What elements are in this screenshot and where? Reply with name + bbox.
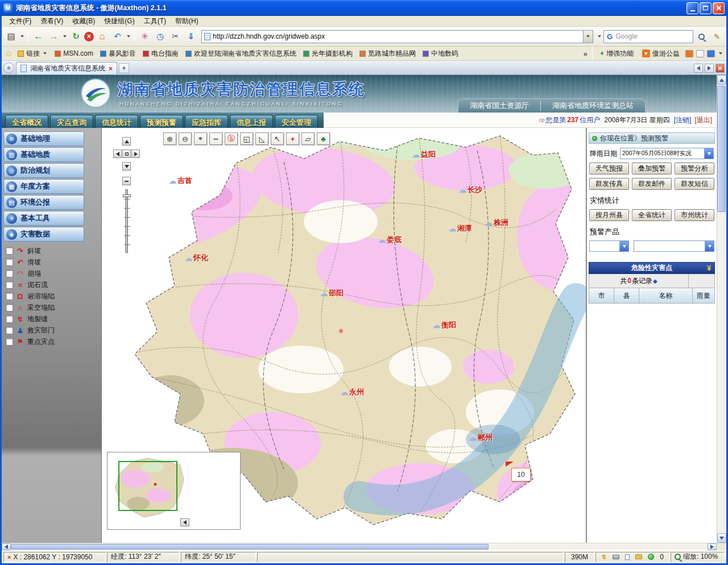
overview-collapse-button[interactable] [180,518,189,526]
warning-analysis-button[interactable]: 预警分析 [675,163,714,175]
zoom-out-button[interactable]: ⊖ [179,132,192,145]
tab-info-report[interactable]: 信息上报 [230,115,273,128]
layer-checkbox[interactable] [6,247,13,255]
zoom-minus-button[interactable] [122,177,131,185]
feedback-icon[interactable] [707,50,715,57]
close-tab-button[interactable] [715,64,725,73]
smiley-icon[interactable]: ☺ [5,49,13,58]
link-photo[interactable]: 光年摄影机构 [300,48,355,60]
sidebar-item-basic-tools[interactable]: ✳基本工具 [3,211,84,226]
search-box[interactable]: G Google [603,30,693,43]
collapse-icon[interactable]: ¥ [707,264,711,272]
card-icon[interactable] [696,50,704,57]
pointer-button[interactable]: ↖ [271,132,284,145]
dropdown-arrow-icon[interactable] [704,148,713,159]
scroll-up-button[interactable] [717,75,726,85]
tab-scroll-left-button[interactable] [694,64,703,73]
layer-checkbox[interactable] [6,338,13,346]
vertical-scrollbar[interactable] [717,75,726,543]
select-button[interactable]: Ⓢ [225,132,238,145]
sidebar-item-environment-report[interactable]: ▤环境公报 [3,195,84,210]
more-options-icon[interactable] [719,52,722,55]
exit-link[interactable]: [退出] [694,115,712,125]
pan-left-button[interactable] [113,149,122,158]
danger-sites-header[interactable]: 危险性灾害点 ¥ [589,262,715,274]
boost-icon[interactable]: ↯ [601,553,607,561]
scroll-left-button[interactable] [2,543,11,550]
eraser-button[interactable]: ▱ [301,132,315,145]
highlight-button[interactable]: ✎ [710,30,724,44]
link-zhongdi[interactable]: 中地数码 [420,48,461,60]
pan-button[interactable]: ⌖ [194,132,207,145]
dropdown-arrow-icon[interactable] [705,241,714,251]
sidebar-item-base-geology[interactable]: ▥基础地质 [3,147,84,162]
tab-forecast-warning[interactable]: 预测预警 [140,115,183,128]
download-button[interactable]: ⇓ [184,30,198,44]
maximize-button[interactable] [700,2,712,14]
tab-site-query[interactable]: 灾点查询 [50,115,93,128]
warning-flag-marker[interactable]: 10 [511,468,531,481]
province-stats-button[interactable]: 全省统计 [632,209,672,221]
monthly-county-stats-button[interactable]: 按月州县 [589,209,629,221]
home-button[interactable]: ⌂ [95,30,109,44]
scroll-track[interactable] [717,85,726,533]
layer-checkbox[interactable] [6,259,13,266]
link-milu[interactable]: 觅路城市精品网 [357,48,419,60]
history-dropdown-icon[interactable] [63,35,67,38]
email-broadcast-button[interactable]: 群发邮件 [632,178,672,190]
forward-button[interactable]: → [47,30,61,44]
product-select-2[interactable] [634,240,714,252]
close-button[interactable] [713,2,725,14]
link-baofeng[interactable]: 暴风影音 [97,48,139,60]
zoom-slider-handle[interactable] [123,194,131,197]
menu-view[interactable]: 查看(V) [36,16,67,27]
map-canvas[interactable]: ✳ ⊕ ⊖ ⌖ ┅ Ⓢ ◱ ◺ ↖ + [101,128,586,543]
back-button[interactable]: ← [31,30,46,44]
link-radio[interactable]: 电台指南 [140,48,181,60]
new-page-icon[interactable]: ▤ [4,30,18,44]
address-options-icon[interactable] [598,35,601,38]
sidebar-item-disaster-data[interactable]: ◈灾害数据 [3,227,84,242]
sidebar-item-prevention-plan[interactable]: ◎防治规划 [3,163,84,178]
menu-favorites[interactable]: 收藏(B) [68,16,99,27]
sidebar-item-base-geography[interactable]: ≋基础地理 [3,131,84,146]
new-tab-button[interactable]: + [119,63,129,73]
history-button[interactable]: ◷ [153,30,167,44]
product-select-1[interactable] [589,240,629,252]
clear-selection-button[interactable]: ◺ [255,132,268,145]
dropdown-arrow-icon[interactable] [619,241,628,251]
link-welcome[interactable]: 欢迎登陆湖南省地质灾害信息系统 [183,48,299,60]
search-icon[interactable] [698,34,705,40]
charity-button[interactable]: ♥傲游公益 [639,48,682,60]
tab-emergency-command[interactable]: 应急指挥 [185,115,228,128]
printer-icon[interactable] [613,555,619,559]
zoom-slider[interactable] [125,189,128,253]
horizontal-scrollbar[interactable] [2,543,726,550]
filter-status-icon[interactable] [648,554,654,560]
page-status-icon[interactable] [625,554,630,560]
pan-right-button[interactable] [131,149,140,158]
scroll-down-button[interactable] [717,533,726,543]
link-land-resources[interactable]: 湖南省国土资源厅 [458,101,540,111]
rain-date-select[interactable]: 2007年05月05日08时实况 [620,148,714,159]
undo-button[interactable]: ↶ [110,30,125,44]
measure-button[interactable]: ┅ [209,132,222,145]
add-point-button[interactable]: + [286,132,299,145]
overflow-chevron-icon[interactable]: » [584,49,588,58]
menu-groups[interactable]: 快捷组(G) [100,16,138,27]
favorites-star-icon[interactable]: ★ [3,63,14,73]
layer-checkbox[interactable] [6,315,13,323]
layer-checkbox[interactable] [6,327,13,334]
layer-checkbox[interactable] [6,304,13,311]
tab-info-statistics[interactable]: 信息统计 [95,115,138,128]
column-county[interactable]: 县 [614,288,639,303]
tab-province-overview[interactable]: 全省概况 [5,115,48,128]
zoom-section[interactable]: 缩放: 100% [671,552,725,562]
layer-checkbox[interactable] [6,270,13,277]
layer-checkbox[interactable] [6,281,13,289]
sidebar-item-annual-plan[interactable]: ▦年度方案 [3,179,84,194]
scroll-thumb[interactable] [717,86,726,212]
column-rainfall[interactable]: 雨量 [693,288,714,303]
weather-forecast-button[interactable]: 天气预报 [589,163,629,175]
scroll-thumb[interactable] [11,544,489,550]
